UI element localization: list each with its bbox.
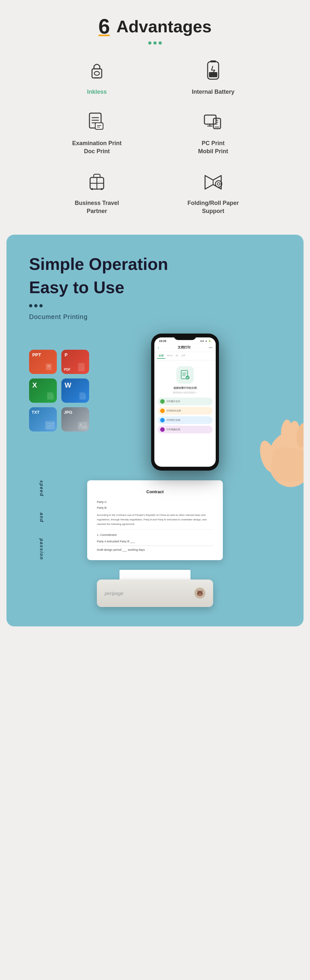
svg-rect-9 xyxy=(215,127,219,127)
svg-rect-16 xyxy=(78,363,85,371)
file-icon-row-3: TXT JPG xyxy=(29,407,89,431)
side-text-passion: passion xyxy=(39,538,44,560)
tab-pdf[interactable]: pdf xyxy=(180,353,187,359)
contract-area: Contract Party A: Party B: According to … xyxy=(29,480,281,560)
xlsx-icon: X xyxy=(29,379,57,403)
menu-dot-purple xyxy=(160,427,165,432)
full-page: 6 Advantages xyxy=(0,0,310,640)
dot-1 xyxy=(148,41,152,45)
file-icons-column: PPT P PDF X xyxy=(29,334,89,431)
contract-document: Contract Party A: Party B: According to … xyxy=(87,480,223,560)
jpg-label: JPG xyxy=(64,410,72,415)
simple-title-line2: Easy to Use xyxy=(29,277,281,298)
advantage-item-folding-paper: Folding/Roll Paper Support xyxy=(158,169,268,215)
svg-rect-7 xyxy=(204,115,216,124)
menu-item-2[interactable]: 打印BOG文档 xyxy=(158,407,212,415)
side-text-speed: speed xyxy=(39,480,44,496)
menu-text-1: 打印图片文件 xyxy=(167,400,180,403)
pc-print-icon xyxy=(200,109,226,135)
status-time: 19:25 xyxy=(159,339,166,343)
app-header: ‹ 文档打印 ••• xyxy=(154,343,216,352)
svg-rect-17 xyxy=(45,421,55,430)
pdf-label: P xyxy=(65,352,68,358)
xlsx-label: X xyxy=(32,381,37,390)
number-6-wrapper: 6 xyxy=(98,16,110,37)
phone-prompt: 选择你要打印的文档 xyxy=(158,386,212,390)
advantage-item-battery: Internal Battery xyxy=(158,57,268,96)
section-dots xyxy=(19,41,291,45)
tab-all[interactable]: 全部 xyxy=(157,353,165,359)
menu-item-4[interactable]: 打印电脑文档 xyxy=(158,426,212,433)
dot-3 xyxy=(158,41,162,45)
phone-subprompt: 请把你的小意告诉我们一 xyxy=(158,391,212,395)
phone-screen: 19:25 ●●● ▲ 🔋 ‹ xyxy=(154,337,216,467)
phone-mockup-area: 19:25 ●●● ▲ 🔋 ‹ xyxy=(89,334,281,471)
contract-title: Contract xyxy=(97,488,213,495)
number-underline xyxy=(98,35,110,36)
printer-container: peripage 🐻 xyxy=(97,570,213,607)
ppt-label: PPT xyxy=(32,352,41,358)
status-icons: ●●● ▲ 🔋 xyxy=(200,340,211,342)
dot-2 xyxy=(153,41,157,45)
printer-area: peripage 🐻 xyxy=(29,570,281,607)
printer-brand-label: peripage xyxy=(104,590,123,596)
advantage-item-exam-print: Examination Print Doc Print xyxy=(42,109,152,156)
menu-text-4: 打印电脑文档 xyxy=(167,428,180,431)
contract-body: According to the Contract Law of People'… xyxy=(97,513,213,526)
advantage-item-inkless: Inkless xyxy=(42,57,152,96)
phone-body: 19:25 ●●● ▲ 🔋 ‹ xyxy=(151,334,219,471)
advantage-item-business-travel: Business Travel Partner xyxy=(42,169,152,215)
simple-title-line1: Simple Operation xyxy=(29,254,281,274)
hand-holding-phone xyxy=(248,392,304,490)
more-icon[interactable]: ••• xyxy=(209,345,212,349)
advantages-title: 6 Advantages xyxy=(19,16,291,37)
file-icon-row-1: PPT P PDF xyxy=(29,350,89,374)
printer-body: peripage 🐻 xyxy=(97,579,213,607)
simple-dot-2 xyxy=(34,304,38,307)
advantages-section: 6 Advantages xyxy=(0,0,310,235)
txt-label: TXT xyxy=(32,410,40,415)
advantages-heading: Advantages xyxy=(116,17,212,36)
contract-items: 1. Commitment Party A entrusted Party B … xyxy=(97,530,213,552)
document-printing-label: Document Printing xyxy=(29,313,281,321)
battery-icon xyxy=(200,57,226,83)
phone-tabs: 全部 word 扫 pdf xyxy=(154,352,216,360)
side-text-and: and xyxy=(39,512,44,523)
inkless-label: Inkless xyxy=(87,88,106,96)
doc-icon-area xyxy=(158,366,212,383)
word-label: W xyxy=(65,381,71,390)
contract-item-1: 1. Commitment xyxy=(97,532,213,538)
svg-point-14 xyxy=(217,183,220,185)
simple-title-area: Simple Operation Easy to Use xyxy=(29,254,281,298)
exam-print-icon xyxy=(84,109,110,135)
jpg-icon: JPG xyxy=(62,407,89,431)
simple-dot-1 xyxy=(29,304,32,307)
svg-point-11 xyxy=(91,188,93,190)
tab-scan[interactable]: 扫 xyxy=(174,353,180,359)
menu-item-1[interactable]: 打印图片文件 xyxy=(158,398,212,405)
svg-point-12 xyxy=(101,188,103,190)
tab-word[interactable]: word xyxy=(165,353,174,359)
svg-rect-18 xyxy=(78,422,87,430)
svg-point-19 xyxy=(80,423,82,425)
battery-label: Internal Battery xyxy=(192,88,234,96)
svg-rect-6 xyxy=(95,123,103,129)
printer-paper xyxy=(119,570,191,579)
menu-dot-orange xyxy=(160,409,165,413)
phone-notch xyxy=(174,334,196,340)
exam-print-label: Examination Print Doc Print xyxy=(72,139,122,156)
svg-point-1 xyxy=(94,72,100,75)
simple-section-dots xyxy=(29,304,281,307)
pdf-icon: P PDF xyxy=(62,350,89,374)
main-interactive-area: PPT P PDF X xyxy=(29,334,281,471)
menu-text-3: 打印时打文档 xyxy=(167,418,180,422)
app-title: 文档打印 xyxy=(159,345,209,350)
business-travel-label: Business Travel Partner xyxy=(74,199,119,215)
folding-paper-icon xyxy=(200,169,226,194)
menu-item-3[interactable]: 打印时打文档 xyxy=(158,416,212,424)
contract-item-2: Party A entrusted Party B ___ xyxy=(97,539,213,546)
menu-dot-blue xyxy=(160,418,165,422)
txt-icon: TXT xyxy=(29,407,57,431)
menu-dot-green xyxy=(160,399,165,404)
word-icon: W xyxy=(62,379,89,403)
